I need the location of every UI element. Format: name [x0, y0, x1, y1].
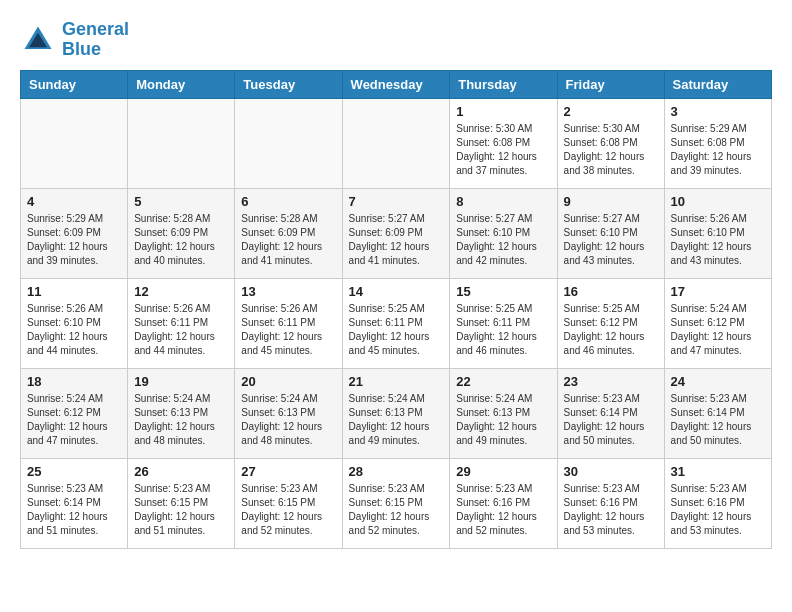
- day-number: 6: [241, 194, 335, 209]
- calendar-cell: 21Sunrise: 5:24 AM Sunset: 6:13 PM Dayli…: [342, 368, 450, 458]
- day-number: 31: [671, 464, 765, 479]
- day-number: 10: [671, 194, 765, 209]
- day-number: 9: [564, 194, 658, 209]
- weekday-header-row: SundayMondayTuesdayWednesdayThursdayFrid…: [21, 70, 772, 98]
- calendar-cell: 22Sunrise: 5:24 AM Sunset: 6:13 PM Dayli…: [450, 368, 557, 458]
- calendar-cell: 23Sunrise: 5:23 AM Sunset: 6:14 PM Dayli…: [557, 368, 664, 458]
- day-info: Sunrise: 5:23 AM Sunset: 6:15 PM Dayligh…: [241, 482, 335, 538]
- day-info: Sunrise: 5:26 AM Sunset: 6:11 PM Dayligh…: [134, 302, 228, 358]
- day-info: Sunrise: 5:24 AM Sunset: 6:12 PM Dayligh…: [27, 392, 121, 448]
- weekday-wednesday: Wednesday: [342, 70, 450, 98]
- day-info: Sunrise: 5:28 AM Sunset: 6:09 PM Dayligh…: [241, 212, 335, 268]
- calendar-cell: 15Sunrise: 5:25 AM Sunset: 6:11 PM Dayli…: [450, 278, 557, 368]
- calendar-cell: 25Sunrise: 5:23 AM Sunset: 6:14 PM Dayli…: [21, 458, 128, 548]
- calendar-cell: 29Sunrise: 5:23 AM Sunset: 6:16 PM Dayli…: [450, 458, 557, 548]
- calendar-cell: 31Sunrise: 5:23 AM Sunset: 6:16 PM Dayli…: [664, 458, 771, 548]
- weekday-sunday: Sunday: [21, 70, 128, 98]
- day-info: Sunrise: 5:30 AM Sunset: 6:08 PM Dayligh…: [564, 122, 658, 178]
- calendar-cell: 5Sunrise: 5:28 AM Sunset: 6:09 PM Daylig…: [128, 188, 235, 278]
- weekday-monday: Monday: [128, 70, 235, 98]
- day-info: Sunrise: 5:25 AM Sunset: 6:11 PM Dayligh…: [456, 302, 550, 358]
- day-number: 18: [27, 374, 121, 389]
- calendar-cell: 28Sunrise: 5:23 AM Sunset: 6:15 PM Dayli…: [342, 458, 450, 548]
- day-number: 13: [241, 284, 335, 299]
- weekday-thursday: Thursday: [450, 70, 557, 98]
- day-info: Sunrise: 5:24 AM Sunset: 6:13 PM Dayligh…: [456, 392, 550, 448]
- calendar-cell: 18Sunrise: 5:24 AM Sunset: 6:12 PM Dayli…: [21, 368, 128, 458]
- calendar-cell: 24Sunrise: 5:23 AM Sunset: 6:14 PM Dayli…: [664, 368, 771, 458]
- calendar-cell: 12Sunrise: 5:26 AM Sunset: 6:11 PM Dayli…: [128, 278, 235, 368]
- day-info: Sunrise: 5:23 AM Sunset: 6:16 PM Dayligh…: [671, 482, 765, 538]
- day-info: Sunrise: 5:23 AM Sunset: 6:14 PM Dayligh…: [671, 392, 765, 448]
- logo-text: General Blue: [62, 20, 129, 60]
- day-info: Sunrise: 5:24 AM Sunset: 6:12 PM Dayligh…: [671, 302, 765, 358]
- day-number: 26: [134, 464, 228, 479]
- day-info: Sunrise: 5:24 AM Sunset: 6:13 PM Dayligh…: [349, 392, 444, 448]
- calendar-cell: 17Sunrise: 5:24 AM Sunset: 6:12 PM Dayli…: [664, 278, 771, 368]
- calendar-cell: [128, 98, 235, 188]
- weekday-friday: Friday: [557, 70, 664, 98]
- calendar-cell: [235, 98, 342, 188]
- calendar-week-3: 11Sunrise: 5:26 AM Sunset: 6:10 PM Dayli…: [21, 278, 772, 368]
- calendar-cell: [342, 98, 450, 188]
- calendar-cell: 19Sunrise: 5:24 AM Sunset: 6:13 PM Dayli…: [128, 368, 235, 458]
- calendar-week-5: 25Sunrise: 5:23 AM Sunset: 6:14 PM Dayli…: [21, 458, 772, 548]
- calendar-table: SundayMondayTuesdayWednesdayThursdayFrid…: [20, 70, 772, 549]
- day-number: 14: [349, 284, 444, 299]
- day-number: 28: [349, 464, 444, 479]
- day-info: Sunrise: 5:25 AM Sunset: 6:11 PM Dayligh…: [349, 302, 444, 358]
- calendar-cell: 20Sunrise: 5:24 AM Sunset: 6:13 PM Dayli…: [235, 368, 342, 458]
- day-number: 30: [564, 464, 658, 479]
- day-info: Sunrise: 5:29 AM Sunset: 6:08 PM Dayligh…: [671, 122, 765, 178]
- day-info: Sunrise: 5:27 AM Sunset: 6:10 PM Dayligh…: [456, 212, 550, 268]
- calendar-cell: 13Sunrise: 5:26 AM Sunset: 6:11 PM Dayli…: [235, 278, 342, 368]
- day-number: 11: [27, 284, 121, 299]
- day-number: 22: [456, 374, 550, 389]
- day-info: Sunrise: 5:23 AM Sunset: 6:14 PM Dayligh…: [27, 482, 121, 538]
- calendar-cell: 7Sunrise: 5:27 AM Sunset: 6:09 PM Daylig…: [342, 188, 450, 278]
- day-info: Sunrise: 5:23 AM Sunset: 6:16 PM Dayligh…: [456, 482, 550, 538]
- calendar-cell: 4Sunrise: 5:29 AM Sunset: 6:09 PM Daylig…: [21, 188, 128, 278]
- calendar-cell: 9Sunrise: 5:27 AM Sunset: 6:10 PM Daylig…: [557, 188, 664, 278]
- day-number: 20: [241, 374, 335, 389]
- day-number: 24: [671, 374, 765, 389]
- day-number: 19: [134, 374, 228, 389]
- day-number: 5: [134, 194, 228, 209]
- day-info: Sunrise: 5:28 AM Sunset: 6:09 PM Dayligh…: [134, 212, 228, 268]
- logo: General Blue: [20, 20, 129, 60]
- page-header: General Blue: [20, 20, 772, 60]
- day-number: 7: [349, 194, 444, 209]
- day-number: 1: [456, 104, 550, 119]
- day-info: Sunrise: 5:27 AM Sunset: 6:09 PM Dayligh…: [349, 212, 444, 268]
- day-number: 16: [564, 284, 658, 299]
- day-number: 2: [564, 104, 658, 119]
- day-info: Sunrise: 5:26 AM Sunset: 6:10 PM Dayligh…: [27, 302, 121, 358]
- day-number: 29: [456, 464, 550, 479]
- day-info: Sunrise: 5:23 AM Sunset: 6:14 PM Dayligh…: [564, 392, 658, 448]
- day-info: Sunrise: 5:29 AM Sunset: 6:09 PM Dayligh…: [27, 212, 121, 268]
- calendar-cell: 14Sunrise: 5:25 AM Sunset: 6:11 PM Dayli…: [342, 278, 450, 368]
- day-info: Sunrise: 5:23 AM Sunset: 6:16 PM Dayligh…: [564, 482, 658, 538]
- calendar-cell: 3Sunrise: 5:29 AM Sunset: 6:08 PM Daylig…: [664, 98, 771, 188]
- day-number: 27: [241, 464, 335, 479]
- calendar-cell: 16Sunrise: 5:25 AM Sunset: 6:12 PM Dayli…: [557, 278, 664, 368]
- day-info: Sunrise: 5:26 AM Sunset: 6:10 PM Dayligh…: [671, 212, 765, 268]
- calendar-cell: 1Sunrise: 5:30 AM Sunset: 6:08 PM Daylig…: [450, 98, 557, 188]
- calendar-cell: 11Sunrise: 5:26 AM Sunset: 6:10 PM Dayli…: [21, 278, 128, 368]
- calendar-cell: 2Sunrise: 5:30 AM Sunset: 6:08 PM Daylig…: [557, 98, 664, 188]
- calendar-cell: [21, 98, 128, 188]
- day-info: Sunrise: 5:26 AM Sunset: 6:11 PM Dayligh…: [241, 302, 335, 358]
- day-info: Sunrise: 5:25 AM Sunset: 6:12 PM Dayligh…: [564, 302, 658, 358]
- logo-icon: [20, 22, 56, 58]
- day-number: 3: [671, 104, 765, 119]
- day-info: Sunrise: 5:23 AM Sunset: 6:15 PM Dayligh…: [349, 482, 444, 538]
- day-number: 23: [564, 374, 658, 389]
- day-number: 8: [456, 194, 550, 209]
- calendar-cell: 26Sunrise: 5:23 AM Sunset: 6:15 PM Dayli…: [128, 458, 235, 548]
- day-info: Sunrise: 5:27 AM Sunset: 6:10 PM Dayligh…: [564, 212, 658, 268]
- day-info: Sunrise: 5:24 AM Sunset: 6:13 PM Dayligh…: [134, 392, 228, 448]
- day-number: 12: [134, 284, 228, 299]
- calendar-cell: 6Sunrise: 5:28 AM Sunset: 6:09 PM Daylig…: [235, 188, 342, 278]
- day-info: Sunrise: 5:30 AM Sunset: 6:08 PM Dayligh…: [456, 122, 550, 178]
- calendar-week-4: 18Sunrise: 5:24 AM Sunset: 6:12 PM Dayli…: [21, 368, 772, 458]
